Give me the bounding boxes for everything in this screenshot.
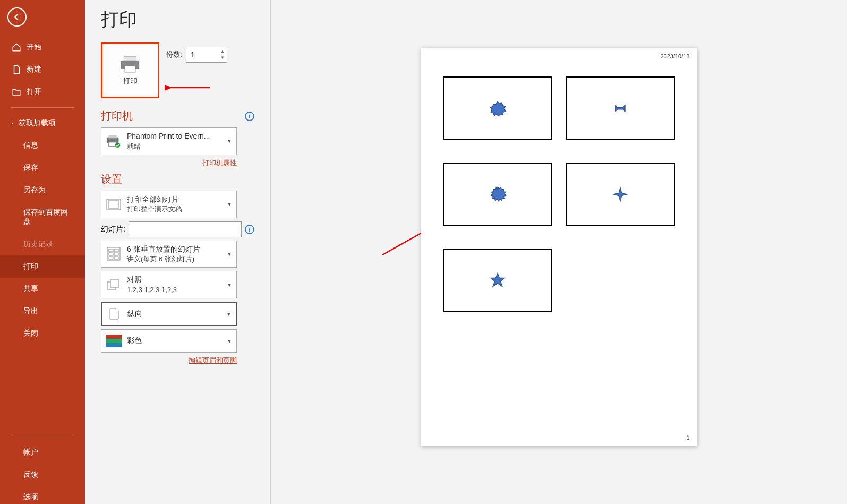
svg-rect-11 [108, 201, 119, 208]
svg-rect-20 [110, 280, 119, 287]
nav-label: 导出 [23, 306, 38, 316]
nav-info[interactable]: 信息 [0, 134, 85, 157]
svg-marker-23 [491, 101, 506, 116]
slide-thumbnail [566, 76, 675, 140]
orientation-dropdown[interactable]: 纵向 ▼ [101, 302, 237, 326]
print-button[interactable]: 打印 [101, 42, 159, 98]
svg-rect-0 [124, 56, 136, 61]
handout-icon [106, 246, 122, 262]
nav-saveas[interactable]: 另存为 [0, 179, 85, 201]
printer-status: 就绪 [127, 142, 221, 151]
nav-feedback[interactable]: 反馈 [0, 464, 85, 486]
nav-label: 保存到百度网盘 [23, 208, 73, 227]
svg-rect-15 [109, 253, 113, 255]
nav-options[interactable]: 选项 [0, 486, 85, 504]
chevron-down-icon: ▼ [227, 201, 232, 207]
nav-addins[interactable]: 获取加载项 [0, 112, 85, 134]
nav-export[interactable]: 导出 [0, 300, 85, 322]
color-dropdown[interactable]: 彩色 ▼ [101, 329, 237, 353]
info-icon[interactable]: i [245, 112, 254, 121]
preview-page-number: 1 [686, 434, 689, 441]
nav-close[interactable]: 关闭 [0, 322, 85, 345]
copies-up-button[interactable]: ▲ [219, 48, 226, 54]
svg-marker-25 [491, 274, 505, 287]
copies-down-button[interactable]: ▼ [219, 54, 226, 61]
nav-label: 打开 [27, 87, 41, 97]
settings-section-title: 设置 [101, 172, 254, 186]
nav-save[interactable]: 保存 [0, 157, 85, 179]
chevron-down-icon: ▼ [227, 138, 232, 144]
nav-label: 新建 [27, 65, 41, 74]
svg-rect-17 [109, 257, 113, 259]
arrow-left-icon [12, 12, 22, 22]
copies-label: 份数: [166, 50, 183, 59]
layout-line2: 讲义(每页 6 张幻灯片) [127, 254, 221, 264]
preview-page: 2023/10/18 1 [421, 48, 697, 446]
bullet-icon [12, 123, 13, 124]
range-line2: 打印整个演示文稿 [127, 204, 221, 214]
color-icon [106, 333, 122, 349]
backstage-sidebar: 开始 新建 打开 获取加载项 信息 保存 另存为 保存到百度网盘 历史记录 打印… [0, 0, 85, 504]
printer-dropdown[interactable]: Phantom Print to Evern... 就绪 ▼ [101, 127, 237, 155]
chevron-down-icon: ▼ [227, 251, 232, 257]
file-icon [12, 65, 21, 74]
collate-line1: 对照 [127, 275, 221, 285]
nav-label: 信息 [23, 141, 38, 150]
print-settings-panel: 打印 打印 份数: ▲ ▼ [85, 0, 271, 504]
nav-home[interactable]: 开始 [0, 36, 85, 58]
nav-open[interactable]: 打开 [0, 81, 85, 103]
nav-label: 保存 [23, 163, 38, 173]
nav-baidu[interactable]: 保存到百度网盘 [0, 201, 85, 233]
nav-share[interactable]: 共享 [0, 278, 85, 300]
svg-rect-13 [109, 249, 113, 252]
printer-section-title: 打印机 [101, 109, 133, 123]
nav-label: 开始 [27, 42, 41, 52]
preview-date: 2023/10/18 [660, 53, 689, 59]
back-button[interactable] [7, 7, 27, 27]
chevron-down-icon: ▼ [227, 338, 232, 344]
nav-label: 历史记录 [23, 240, 53, 249]
slide-thumbnail-empty [566, 249, 675, 312]
chevron-down-icon: ▼ [226, 311, 232, 317]
nav-new[interactable]: 新建 [0, 58, 85, 81]
collate-dropdown[interactable]: 对照 1,2,3 1,2,3 1,2,3 ▼ [101, 271, 237, 298]
home-icon [12, 42, 21, 52]
collate-line2: 1,2,3 1,2,3 1,2,3 [127, 285, 221, 295]
header-footer-link[interactable]: 编辑页眉和页脚 [101, 356, 237, 365]
nav-label: 关闭 [23, 329, 38, 338]
nav-print[interactable]: 打印 [0, 255, 85, 278]
portrait-icon [106, 306, 122, 322]
nav-label: 反馈 [23, 470, 38, 480]
printer-properties-link[interactable]: 打印机属性 [101, 158, 237, 168]
slides-input[interactable] [129, 221, 242, 237]
nav-account[interactable]: 帐户 [0, 441, 85, 464]
color-label: 彩色 [127, 336, 221, 346]
slide-thumbnail [443, 76, 552, 140]
collate-icon [106, 277, 122, 293]
nav-label: 帐户 [23, 448, 38, 457]
separator [11, 107, 74, 108]
print-range-dropdown[interactable]: 打印全部幻灯片 打印整个演示文稿 ▼ [101, 191, 237, 218]
svg-marker-24 [491, 187, 506, 201]
slide-thumbnail [566, 163, 675, 226]
printer-status-icon [106, 133, 122, 149]
svg-rect-7 [109, 135, 117, 139]
svg-rect-2 [125, 66, 135, 72]
separator [11, 437, 74, 437]
layout-line1: 6 张垂直放置的幻灯片 [127, 244, 221, 255]
printer-icon [119, 55, 141, 73]
svg-rect-18 [114, 257, 118, 259]
print-preview-pane: 2023/10/18 1 [271, 0, 847, 504]
svg-rect-14 [114, 249, 118, 252]
nav-history: 历史记录 [0, 233, 85, 255]
range-line1: 打印全部幻灯片 [127, 194, 221, 205]
slide-thumbnail [443, 163, 552, 226]
nav-label: 选项 [23, 492, 38, 502]
layout-dropdown[interactable]: 6 张垂直放置的幻灯片 讲义(每页 6 张幻灯片) ▼ [101, 241, 237, 268]
print-button-label: 打印 [123, 76, 138, 86]
nav-label: 另存为 [23, 185, 46, 195]
info-icon[interactable]: i [245, 225, 254, 234]
orientation-label: 纵向 [127, 309, 221, 319]
chevron-down-icon: ▼ [227, 282, 232, 288]
svg-rect-12 [107, 247, 120, 260]
